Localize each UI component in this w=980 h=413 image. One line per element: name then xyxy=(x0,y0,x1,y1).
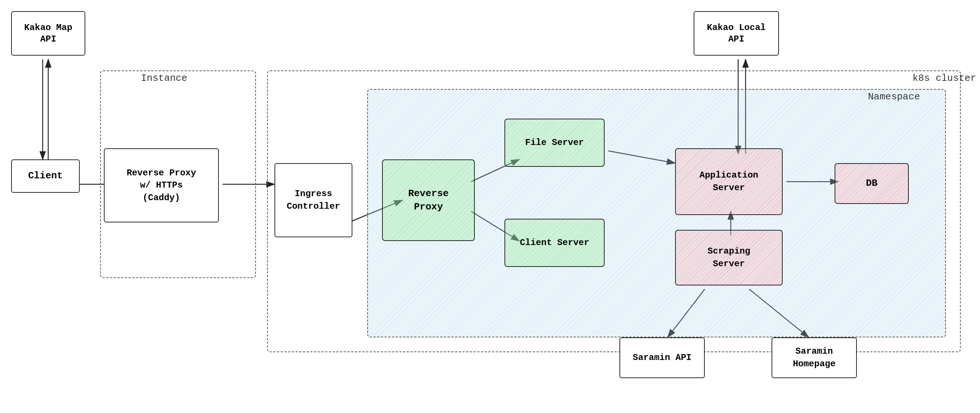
diagram-container: Kakao Map API Client Instance Reverse Pr… xyxy=(0,0,980,413)
instance-label: Instance xyxy=(141,73,187,84)
ingress-controller-box: IngressController xyxy=(275,163,352,237)
kakao-map-api-box: Kakao Map API xyxy=(11,11,85,56)
k8s-cluster-label: k8s cluster xyxy=(913,73,976,84)
namespace-label: Namespace xyxy=(868,91,920,102)
reverse-proxy-inner-box: ReverseProxy xyxy=(382,159,475,241)
application-server-box: ApplicationServer xyxy=(675,148,783,215)
client-server-box: Client Server xyxy=(504,219,605,267)
db-box: DB xyxy=(835,163,909,204)
client-box: Client xyxy=(11,159,80,193)
kakao-local-api-box: Kakao Local API xyxy=(694,11,779,56)
reverse-proxy-box: Reverse Proxyw/ HTTPs(Caddy) xyxy=(104,148,219,222)
scraping-server-box: ScrapingServer xyxy=(675,230,783,286)
saramin-api-box: Saramin API xyxy=(619,337,705,378)
saramin-homepage-box: Saramin Homepage xyxy=(772,337,857,378)
file-server-box: File Server xyxy=(504,119,605,167)
